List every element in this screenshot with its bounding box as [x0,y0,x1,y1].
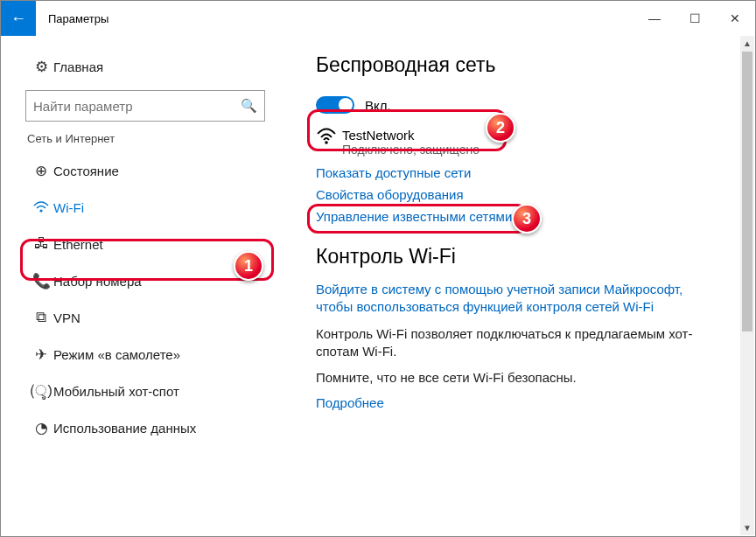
network-name: TestNetwork [342,128,480,143]
dialup-icon: 📞 [29,272,53,290]
wifi-toggle[interactable] [316,96,354,114]
wifi-signal-icon [316,128,342,150]
scrollbar[interactable]: ▲ ▼ [740,36,754,535]
window-title: Параметры [48,12,108,25]
sidebar-item-ethernet[interactable]: 🖧 Ethernet [25,226,265,262]
sidebar-item-label: Ethernet [53,237,103,252]
sidebar-item-dialup[interactable]: 📞 Набор номера [25,262,265,299]
wifi-icon [29,201,53,213]
titlebar: ← Параметры — ☐ ✕ [1,1,755,36]
sidebar-category: Сеть и Интернет [27,132,265,145]
sidebar-item-label: Набор номера [53,274,142,289]
search-icon: 🔍 [241,98,257,114]
minimize-button[interactable]: — [634,1,675,36]
window-controls: — ☐ ✕ [634,1,755,36]
sidebar-item-label: Wi-Fi [53,200,84,215]
link-hardware-props[interactable]: Свойства оборудования [316,187,738,202]
sidebar-item-vpn[interactable]: ⧉ VPN [25,299,265,336]
link-more[interactable]: Подробнее [316,395,738,410]
vpn-icon: ⧉ [29,309,53,326]
link-signin[interactable]: Войдите в систему с помощью учетной запи… [316,281,718,317]
link-known-networks[interactable]: Управление известными сетями [316,209,738,224]
sidebar-item-status[interactable]: ⊕ Состояние [25,152,265,189]
sidebar-item-label: VPN [53,310,80,325]
wifi-toggle-label: Вкл. [365,98,391,113]
section-title-wifi-sense: Контроль Wi-Fi [316,245,738,268]
maximize-button[interactable]: ☐ [675,1,715,36]
sidebar-item-airplane[interactable]: ✈ Режим «в самолете» [25,336,265,373]
sidebar-item-datausage[interactable]: ◔ Использование данных [25,409,265,446]
sidebar: ⚙ Главная 🔍 Сеть и Интернет ⊕ Состояние … [1,36,290,536]
status-icon: ⊕ [29,162,53,180]
wifi-sense-desc: Контроль Wi-Fi позволяет подключаться к … [316,325,718,361]
ethernet-icon: 🖧 [29,235,53,253]
sidebar-item-hotspot[interactable]: (ৢ) Мобильный хот-спот [25,373,265,409]
search-box[interactable]: 🔍 [25,90,265,122]
datausage-icon: ◔ [29,419,53,437]
sidebar-item-wifi[interactable]: Wi-Fi [25,189,265,226]
hotspot-icon: (ৢ) [29,382,53,400]
wifi-toggle-row: Вкл. [316,96,738,114]
sidebar-home[interactable]: ⚙ Главная [25,48,265,85]
gear-icon: ⚙ [29,58,53,76]
scrollbar-thumb[interactable] [742,52,752,331]
network-status: Подключено, защищено [342,143,480,157]
scroll-up-icon[interactable]: ▲ [740,36,754,51]
sidebar-item-label: Мобильный хот-спот [53,384,179,399]
scroll-down-icon[interactable]: ▼ [740,520,754,535]
sidebar-item-label: Режим «в самолете» [53,347,180,362]
svg-point-1 [325,141,328,144]
page-title: Беспроводная сеть [316,53,738,77]
search-input[interactable] [33,99,241,114]
wifi-sense-warning: Помните, что не все сети Wi-Fi безопасны… [316,369,718,387]
airplane-icon: ✈ [29,345,53,364]
main-content: Беспроводная сеть Вкл. TestNetwork Подкл… [290,36,755,536]
sidebar-home-label: Главная [53,59,103,74]
connected-network[interactable]: TestNetwork Подключено, защищено [316,128,738,157]
svg-point-0 [39,209,42,212]
link-show-networks[interactable]: Показать доступные сети [316,165,738,180]
close-button[interactable]: ✕ [715,1,755,36]
back-button[interactable]: ← [1,1,36,36]
sidebar-item-label: Состояние [53,164,119,178]
sidebar-item-label: Использование данных [53,421,196,436]
